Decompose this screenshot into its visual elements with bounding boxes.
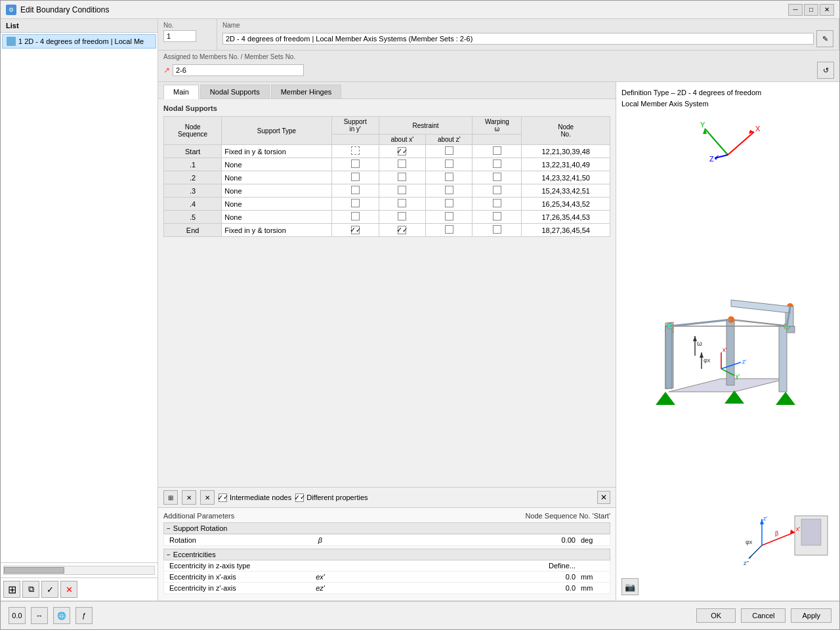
check-item-button[interactable]: ✓: [41, 581, 58, 598]
ecc-x-unit: mm: [578, 573, 604, 581]
no-input[interactable]: 1: [163, 30, 196, 42]
warp-start[interactable]: [472, 145, 522, 158]
type-2: None: [222, 171, 331, 184]
content-area: Main Nodal Supports Member Hinges Nodal …: [158, 82, 839, 600]
warp-3[interactable]: [472, 184, 522, 198]
seq-start: Start: [164, 145, 222, 158]
axes-diagram: Y X Z: [621, 116, 834, 161]
different-properties-label[interactable]: ✓ Different properties: [295, 494, 368, 502]
toolbar-btn-2[interactable]: ✕: [182, 490, 196, 505]
main-window: ⚙ Edit Boundary Conditions ─ □ ✕ List 1 …: [0, 0, 840, 630]
app-icon: ⚙: [6, 5, 16, 15]
eccentricities-title[interactable]: − Eccentricities: [163, 549, 610, 560]
diagram-panel: Definition Type – 2D - 4 degrees of free…: [616, 82, 839, 600]
ecc-z-type-label: Eccentricity in z-axis type: [169, 562, 301, 570]
sup-y-4[interactable]: [331, 198, 379, 211]
assigned-input[interactable]: [173, 64, 304, 76]
table-row: Start Fixed in y & torsion ✓ 12,21,30,39…: [164, 145, 610, 158]
sup-y-3[interactable]: [331, 184, 379, 198]
svg-text:Y: Y: [700, 121, 705, 129]
ok-button[interactable]: OK: [696, 608, 736, 623]
svg-marker-22: [656, 392, 675, 405]
seq-2: .2: [164, 171, 222, 184]
tab-main[interactable]: Main: [163, 85, 199, 99]
rotation-symbol: β: [301, 536, 340, 544]
delete-item-button[interactable]: ✕: [60, 581, 77, 598]
warp-end[interactable]: [472, 224, 522, 237]
svg-line-31: [670, 320, 731, 326]
rest-x-start[interactable]: ✓: [379, 145, 425, 158]
rotation-row: Rotation β 0.00 deg: [163, 534, 610, 546]
rest-z-start[interactable]: [426, 145, 472, 158]
rest-z-4[interactable]: [426, 198, 472, 211]
svg-rect-46: [801, 519, 821, 545]
warp-1[interactable]: [472, 158, 522, 171]
type-3: None: [222, 184, 331, 198]
svg-line-0: [705, 129, 728, 155]
rest-x-1[interactable]: [379, 158, 425, 171]
list-item[interactable]: 1 2D - 4 degrees of freedom | Local Me: [2, 34, 156, 49]
ecc-z-symbol: ez': [301, 584, 340, 592]
screenshot-button[interactable]: 📷: [621, 578, 639, 595]
sup-y-start[interactable]: [331, 145, 379, 158]
close-x-button[interactable]: ✕: [597, 491, 610, 504]
seq-end: End: [164, 224, 222, 237]
rest-x-4[interactable]: [379, 198, 425, 211]
svg-marker-24: [776, 392, 795, 405]
rest-z-end[interactable]: [426, 224, 472, 237]
svg-rect-18: [665, 326, 672, 388]
footer-icon-1[interactable]: 0.0: [9, 607, 26, 624]
rest-z-1[interactable]: [426, 158, 472, 171]
add-item-button[interactable]: ⊞: [3, 581, 20, 598]
structure-svg: z' y' x' ω: [629, 247, 826, 431]
rest-x-5[interactable]: [379, 211, 425, 224]
maximize-button[interactable]: □: [804, 4, 818, 16]
svg-line-3: [728, 132, 754, 155]
apply-button[interactable]: Apply: [791, 608, 831, 623]
sup-y-end[interactable]: ✓: [331, 224, 379, 237]
name-input[interactable]: [222, 33, 814, 45]
support-rotation-title[interactable]: − Support Rotation: [163, 522, 610, 534]
sup-y-5[interactable]: [331, 211, 379, 224]
warp-2[interactable]: [472, 171, 522, 184]
ecc-x-label: Eccentricity in x'-axis: [169, 573, 301, 581]
rest-x-end[interactable]: ✓: [379, 224, 425, 237]
svg-text:φx: φx: [704, 357, 711, 364]
ecc-z-value: 0.0: [340, 584, 578, 592]
footer-icon-2[interactable]: ↔: [31, 607, 48, 624]
table-row: End Fixed in y & torsion ✓ ✓ 18,27,36,45…: [164, 224, 610, 237]
col-support-y: Supportin y': [331, 117, 379, 135]
footer-icon-3[interactable]: 🌐: [53, 607, 70, 624]
rest-x-2[interactable]: [379, 171, 425, 184]
cancel-button[interactable]: Cancel: [741, 608, 786, 623]
support-rotation-group: − Support Rotation Rotation β 0.00 deg: [163, 522, 610, 546]
intermediate-nodes-label[interactable]: ✓ Intermediate nodes: [219, 494, 291, 502]
warp-5[interactable]: [472, 211, 522, 224]
sup-y-2[interactable]: [331, 171, 379, 184]
name-section: Name ✎: [217, 19, 839, 50]
horizontal-scrollbar[interactable]: [3, 566, 155, 575]
node-no-5: 17,26,35,44,53: [522, 211, 610, 224]
toolbar-btn-1[interactable]: ⊞: [163, 490, 178, 505]
toolbar-btn-3[interactable]: ✕: [200, 490, 215, 505]
close-button[interactable]: ✕: [820, 4, 834, 16]
svg-rect-12: [779, 326, 787, 392]
list-panel: List 1 2D - 4 degrees of freedom | Local…: [1, 19, 158, 600]
no-label: No.: [163, 22, 211, 29]
tab-member-hinges[interactable]: Member Hinges: [271, 85, 342, 98]
minimize-button[interactable]: ─: [788, 4, 803, 16]
rest-z-5[interactable]: [426, 211, 472, 224]
rest-x-3[interactable]: [379, 184, 425, 198]
sup-y-1[interactable]: [331, 158, 379, 171]
col-restraint: Restraint: [379, 117, 472, 135]
copy-item-button[interactable]: ⧉: [22, 581, 39, 598]
assign-button[interactable]: ↺: [817, 62, 834, 79]
edit-name-button[interactable]: ✎: [816, 30, 833, 47]
ecc-x-value: 0.0: [340, 573, 578, 581]
node-no-4: 16,25,34,43,52: [522, 198, 610, 211]
rest-z-2[interactable]: [426, 171, 472, 184]
warp-4[interactable]: [472, 198, 522, 211]
rest-z-3[interactable]: [426, 184, 472, 198]
tab-nodal-supports[interactable]: Nodal Supports: [200, 85, 270, 98]
footer-icon-4[interactable]: ƒ: [75, 607, 93, 624]
